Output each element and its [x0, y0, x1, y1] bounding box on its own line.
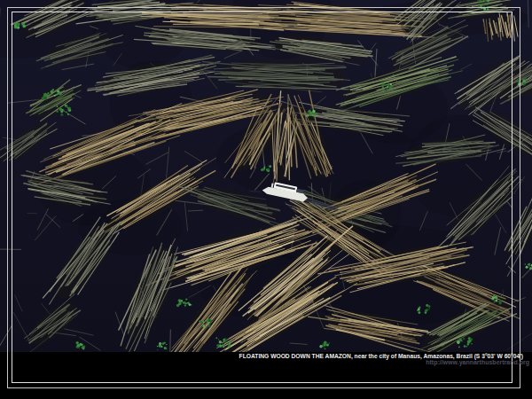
- photo-caption: FLOATING WOOD DOWN THE AMAZON, near the …: [239, 353, 523, 359]
- aerial-photo: [0, 0, 532, 352]
- photo-credit-url: http://www.yannarthusbertrand.org: [426, 359, 529, 365]
- log-raft-scene: [0, 0, 532, 352]
- wallpaper-background: FLOATING WOOD DOWN THE AMAZON, near the …: [0, 0, 532, 399]
